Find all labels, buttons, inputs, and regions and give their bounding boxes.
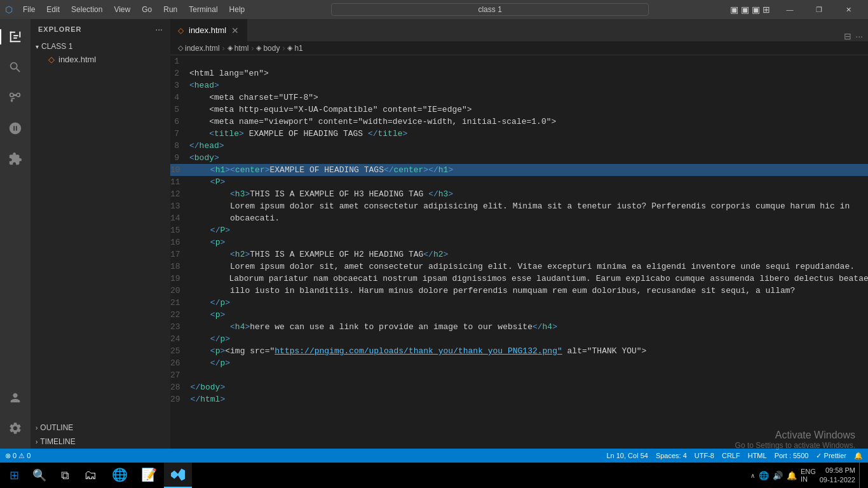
window-controls: — ❐ ✕ [775, 0, 863, 19]
tray-sound-icon[interactable]: 🔊 [773, 471, 783, 480]
line-number: 1 [170, 55, 189, 67]
taskbar-lang[interactable]: ENGIN [801, 468, 816, 483]
taskbar-search-button[interactable]: 🔍 [28, 464, 51, 487]
sidebar-section-class1[interactable]: ▾ CLASS 1 [31, 39, 170, 53]
activity-account[interactable] [0, 383, 31, 413]
layout-icon-4[interactable]: ⊞ [763, 4, 770, 15]
layout-icon-3[interactable]: ▣ [752, 4, 760, 15]
code-editor[interactable]: 12<html lang="en">3<head>4 <meta charset… [170, 55, 868, 449]
activity-explorer[interactable] [0, 22, 31, 52]
taskbar-left: ⊞ 🔍 ⧉ [0, 464, 76, 487]
titlebar-right: ▣ ▣ ▣ ⊞ — ❐ ✕ [730, 0, 863, 19]
status-notifications[interactable]: 🔔 [854, 452, 863, 460]
minimize-button[interactable]: — [775, 0, 804, 19]
breadcrumb-html[interactable]: ◈ html [227, 44, 249, 53]
activity-source-control[interactable] [0, 83, 31, 113]
sidebar-outline[interactable]: › OUTLINE [31, 421, 170, 435]
status-errors[interactable]: ⊗ 0 ⚠ 0 [5, 452, 31, 460]
tab-file-icon: ◇ [178, 26, 184, 35]
start-button[interactable]: ⊞ [3, 464, 25, 487]
menu-view[interactable]: View [109, 4, 135, 15]
status-formatter[interactable]: ✓ Prettier [816, 452, 846, 460]
breadcrumb-h1[interactable]: ◈ h1 [287, 44, 302, 53]
code-text: <html lang="en"> [189, 67, 269, 79]
breadcrumb: ◇ index.html › ◈ html › ◈ body › ◈ h1 [170, 41, 868, 55]
breadcrumb-index-html[interactable]: ◇ index.html [178, 44, 220, 53]
menu-selection[interactable]: Selection [66, 4, 107, 15]
timeline-label: TIMELINE [40, 437, 75, 446]
line-number: 15 [170, 224, 191, 236]
code-line-10: 10 <h1><center>EXAMPLE OF HEADING TAGS</… [170, 164, 868, 176]
titlebar-search-input[interactable] [331, 3, 649, 16]
tray-notification-icon[interactable]: 🔔 [787, 471, 797, 480]
show-desktop-button[interactable] [859, 463, 863, 488]
titlebar-search-container [331, 3, 649, 16]
line-number: 13 [170, 200, 191, 212]
code-line-26: 26 </p> [170, 357, 868, 369]
close-button[interactable]: ✕ [834, 0, 863, 19]
activity-search[interactable] [0, 52, 31, 83]
breadcrumb-body[interactable]: ◈ body [256, 44, 280, 53]
taskbar-tray: ∧ 🌐 🔊 🔔 [750, 471, 797, 480]
sidebar-file-index-html[interactable]: ◇ index.html [31, 53, 170, 65]
activity-bar-bottom [0, 383, 31, 449]
code-text: </head> [189, 140, 224, 152]
code-text: </P> [191, 224, 230, 236]
code-line-25: 25 <p><img src="https://pngimg.com/uploa… [170, 345, 868, 357]
taskbar-chrome[interactable]: 🌐 [105, 463, 133, 488]
split-editor-icon[interactable]: ⊟ [844, 31, 851, 41]
sidebar-title: Explorer [38, 25, 82, 33]
menu-edit[interactable]: Edit [41, 4, 65, 15]
code-line-17: 17 <h2>THIS IS A EXAMPLE OF H2 HEADING T… [170, 248, 868, 261]
svg-rect-5 [13, 37, 17, 39]
tab-close-button[interactable]: ✕ [231, 25, 239, 36]
code-line-28: 28</body> [170, 381, 868, 393]
chevron-down-icon: ▾ [36, 43, 39, 50]
tray-network-icon[interactable]: 🌐 [759, 471, 769, 480]
status-encoding[interactable]: UTF-8 [695, 452, 714, 459]
code-text: </p> [191, 357, 230, 369]
code-text: <h3>THIS IS A EXAMPLE OF H3 HEADING TAG … [191, 188, 454, 200]
sidebar-timeline[interactable]: › TIMELINE [31, 435, 170, 449]
taskbar-time[interactable]: 09:58 PM 09-11-2022 [820, 466, 855, 485]
menu-go[interactable]: Go [137, 4, 157, 15]
menu-help[interactable]: Help [224, 4, 250, 15]
menu-terminal[interactable]: Terminal [184, 4, 222, 15]
main-area: Explorer ··· ▾ CLASS 1 ◇ index.html › OU… [0, 19, 868, 449]
code-line-12: 12 <h3>THIS IS A EXAMPLE OF H3 HEADING T… [170, 188, 868, 200]
taskbar: ⊞ 🔍 ⧉ 🗂 🌐 📝 ∧ 🌐 🔊 🔔 ENGIN 09:58 PM 09-11… [0, 463, 868, 488]
svg-rect-1 [10, 32, 11, 43]
code-lines: 12<html lang="en">3<head>4 <meta charset… [170, 55, 868, 449]
status-spaces[interactable]: Spaces: 4 [656, 452, 687, 459]
taskbar-right: ∧ 🌐 🔊 🔔 ENGIN 09:58 PM 09-11-2022 [750, 463, 868, 488]
activity-settings[interactable] [0, 413, 31, 444]
taskbar-notepad[interactable]: 📝 [135, 463, 163, 488]
taskbar-vscode[interactable] [164, 463, 192, 488]
tray-chevron-icon[interactable]: ∧ [750, 472, 755, 479]
code-text: <body> [189, 152, 219, 164]
status-line-ending[interactable]: CRLF [722, 452, 740, 459]
tab-index-html[interactable]: ◇ index.html ✕ [170, 19, 247, 41]
breadcrumb-html-icon: ◈ [227, 44, 233, 52]
status-language[interactable]: HTML [748, 452, 767, 459]
activity-debug[interactable] [0, 113, 31, 144]
maximize-button[interactable]: ❐ [804, 0, 834, 19]
breadcrumb-file-icon: ◇ [178, 44, 183, 52]
chevron-right-icon-2: › [36, 438, 37, 445]
more-actions-icon[interactable]: ··· [855, 31, 863, 41]
menu-run[interactable]: Run [158, 4, 182, 15]
sidebar-header-icons[interactable]: ··· [155, 24, 163, 34]
layout-icon-1[interactable]: ▣ [730, 4, 738, 15]
code-line-9: 9<body> [170, 152, 868, 164]
layout-icon-2[interactable]: ▣ [741, 4, 749, 15]
code-text: <head> [189, 79, 219, 92]
status-port[interactable]: Port : 5500 [775, 452, 809, 459]
line-number: 22 [170, 309, 191, 321]
code-line-5: 5 <meta http-equiv="X-UA-Compatible" con… [170, 104, 868, 116]
code-text: <h4>here we can use a link to provide an… [191, 321, 557, 333]
status-line-col[interactable]: Ln 10, Col 54 [606, 452, 648, 459]
taskbar-fileexplorer[interactable]: 🗂 [76, 463, 104, 488]
taskbar-taskview-button[interactable]: ⧉ [53, 464, 76, 487]
menu-file[interactable]: File [18, 4, 40, 15]
activity-extensions[interactable] [0, 144, 31, 174]
